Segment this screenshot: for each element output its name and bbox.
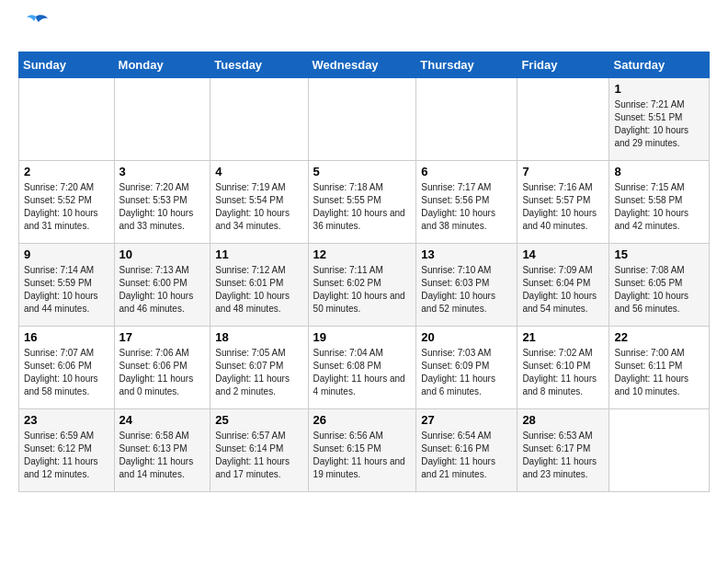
day-cell: 6Sunrise: 7:17 AM Sunset: 5:56 PM Daylig… — [416, 161, 518, 244]
day-info: Sunrise: 7:02 AM Sunset: 6:10 PM Dayligh… — [522, 347, 604, 398]
weekday-header-friday: Friday — [518, 52, 609, 78]
day-cell — [416, 78, 518, 161]
day-number: 11 — [215, 247, 302, 261]
day-info: Sunrise: 7:11 AM Sunset: 6:02 PM Dayligh… — [313, 264, 412, 316]
weekday-header-monday: Monday — [114, 52, 210, 78]
weekday-header-thursday: Thursday — [416, 52, 518, 78]
day-info: Sunrise: 6:58 AM Sunset: 6:13 PM Dayligh… — [119, 430, 206, 481]
day-cell: 25Sunrise: 6:57 AM Sunset: 6:14 PM Dayli… — [210, 409, 308, 492]
day-cell: 3Sunrise: 7:20 AM Sunset: 5:53 PM Daylig… — [114, 161, 210, 244]
day-number: 13 — [421, 247, 512, 261]
day-number: 9 — [24, 247, 109, 261]
day-number: 28 — [522, 413, 604, 427]
day-number: 12 — [313, 247, 412, 261]
week-row-1: 1Sunrise: 7:21 AM Sunset: 5:51 PM Daylig… — [19, 78, 710, 161]
day-cell: 5Sunrise: 7:18 AM Sunset: 5:55 PM Daylig… — [308, 161, 416, 244]
day-number: 14 — [522, 247, 604, 261]
day-cell: 26Sunrise: 6:56 AM Sunset: 6:15 PM Dayli… — [308, 409, 416, 492]
day-number: 25 — [215, 413, 302, 427]
day-number: 10 — [119, 247, 206, 261]
day-cell: 24Sunrise: 6:58 AM Sunset: 6:13 PM Dayli… — [114, 409, 210, 492]
day-cell: 27Sunrise: 6:54 AM Sunset: 6:16 PM Dayli… — [416, 409, 518, 492]
day-cell: 10Sunrise: 7:13 AM Sunset: 6:00 PM Dayli… — [114, 244, 210, 327]
day-cell: 21Sunrise: 7:02 AM Sunset: 6:10 PM Dayli… — [518, 327, 609, 409]
day-number: 6 — [421, 165, 512, 178]
weekday-header-row: SundayMondayTuesdayWednesdayThursdayFrid… — [19, 52, 710, 78]
week-row-3: 9Sunrise: 7:14 AM Sunset: 5:59 PM Daylig… — [19, 244, 710, 327]
weekday-header-sunday: Sunday — [19, 52, 115, 78]
day-number: 3 — [119, 165, 206, 178]
day-cell: 11Sunrise: 7:12 AM Sunset: 6:01 PM Dayli… — [210, 244, 308, 327]
day-cell: 7Sunrise: 7:16 AM Sunset: 5:57 PM Daylig… — [518, 161, 609, 244]
day-info: Sunrise: 6:59 AM Sunset: 6:12 PM Dayligh… — [24, 430, 109, 481]
day-info: Sunrise: 7:09 AM Sunset: 6:04 PM Dayligh… — [522, 264, 604, 316]
day-number: 5 — [313, 165, 412, 178]
day-number: 27 — [421, 413, 512, 427]
day-info: Sunrise: 7:08 AM Sunset: 6:05 PM Dayligh… — [614, 264, 704, 316]
logo — [18, 18, 50, 42]
day-number: 17 — [119, 330, 206, 344]
day-info: Sunrise: 6:56 AM Sunset: 6:15 PM Dayligh… — [313, 430, 412, 481]
day-info: Sunrise: 7:13 AM Sunset: 6:00 PM Dayligh… — [119, 264, 206, 316]
day-info: Sunrise: 7:21 AM Sunset: 5:51 PM Dayligh… — [614, 98, 704, 150]
day-info: Sunrise: 7:10 AM Sunset: 6:03 PM Dayligh… — [421, 264, 512, 316]
day-number: 19 — [313, 330, 412, 344]
day-number: 23 — [24, 413, 109, 427]
day-info: Sunrise: 6:57 AM Sunset: 6:14 PM Dayligh… — [215, 430, 302, 481]
day-cell: 1Sunrise: 7:21 AM Sunset: 5:51 PM Daylig… — [609, 78, 710, 161]
day-number: 4 — [215, 165, 302, 178]
day-cell: 18Sunrise: 7:05 AM Sunset: 6:07 PM Dayli… — [210, 327, 308, 409]
day-cell: 15Sunrise: 7:08 AM Sunset: 6:05 PM Dayli… — [609, 244, 710, 327]
day-cell: 16Sunrise: 7:07 AM Sunset: 6:06 PM Dayli… — [19, 327, 115, 409]
day-info: Sunrise: 7:17 AM Sunset: 5:56 PM Dayligh… — [421, 181, 512, 233]
day-cell — [19, 78, 115, 161]
day-info: Sunrise: 7:06 AM Sunset: 6:06 PM Dayligh… — [119, 347, 206, 398]
day-cell: 13Sunrise: 7:10 AM Sunset: 6:03 PM Dayli… — [416, 244, 518, 327]
day-cell: 23Sunrise: 6:59 AM Sunset: 6:12 PM Dayli… — [19, 409, 115, 492]
day-number: 18 — [215, 330, 302, 344]
day-info: Sunrise: 7:05 AM Sunset: 6:07 PM Dayligh… — [215, 347, 302, 398]
weekday-header-saturday: Saturday — [609, 52, 710, 78]
day-info: Sunrise: 6:54 AM Sunset: 6:16 PM Dayligh… — [421, 430, 512, 481]
day-number: 21 — [522, 330, 604, 344]
logo-bird-icon — [22, 13, 50, 42]
day-number: 15 — [614, 247, 704, 261]
day-info: Sunrise: 7:14 AM Sunset: 5:59 PM Dayligh… — [24, 264, 109, 316]
day-info: Sunrise: 7:19 AM Sunset: 5:54 PM Dayligh… — [215, 181, 302, 233]
day-cell: 22Sunrise: 7:00 AM Sunset: 6:11 PM Dayli… — [609, 327, 710, 409]
week-row-2: 2Sunrise: 7:20 AM Sunset: 5:52 PM Daylig… — [19, 161, 710, 244]
day-cell: 20Sunrise: 7:03 AM Sunset: 6:09 PM Dayli… — [416, 327, 518, 409]
day-info: Sunrise: 7:04 AM Sunset: 6:08 PM Dayligh… — [313, 347, 412, 398]
day-info: Sunrise: 7:20 AM Sunset: 5:53 PM Dayligh… — [119, 181, 206, 233]
day-number: 8 — [614, 165, 704, 178]
day-info: Sunrise: 7:03 AM Sunset: 6:09 PM Dayligh… — [421, 347, 512, 398]
day-cell: 8Sunrise: 7:15 AM Sunset: 5:58 PM Daylig… — [609, 161, 710, 244]
weekday-header-wednesday: Wednesday — [308, 52, 416, 78]
day-number: 16 — [24, 330, 109, 344]
day-cell: 12Sunrise: 7:11 AM Sunset: 6:02 PM Dayli… — [308, 244, 416, 327]
day-info: Sunrise: 7:20 AM Sunset: 5:52 PM Dayligh… — [24, 181, 109, 233]
weekday-header-tuesday: Tuesday — [210, 52, 308, 78]
day-cell — [609, 409, 710, 492]
day-info: Sunrise: 6:53 AM Sunset: 6:17 PM Dayligh… — [522, 430, 604, 481]
day-number: 24 — [119, 413, 206, 427]
day-cell: 17Sunrise: 7:06 AM Sunset: 6:06 PM Dayli… — [114, 327, 210, 409]
day-cell: 9Sunrise: 7:14 AM Sunset: 5:59 PM Daylig… — [19, 244, 115, 327]
day-number: 26 — [313, 413, 412, 427]
day-info: Sunrise: 7:16 AM Sunset: 5:57 PM Dayligh… — [522, 181, 604, 233]
day-info: Sunrise: 7:18 AM Sunset: 5:55 PM Dayligh… — [313, 181, 412, 233]
day-cell — [114, 78, 210, 161]
day-cell: 28Sunrise: 6:53 AM Sunset: 6:17 PM Dayli… — [518, 409, 609, 492]
day-info: Sunrise: 7:07 AM Sunset: 6:06 PM Dayligh… — [24, 347, 109, 398]
day-number: 2 — [24, 165, 109, 178]
day-cell: 14Sunrise: 7:09 AM Sunset: 6:04 PM Dayli… — [518, 244, 609, 327]
day-number: 20 — [421, 330, 512, 344]
day-cell: 19Sunrise: 7:04 AM Sunset: 6:08 PM Dayli… — [308, 327, 416, 409]
day-cell — [518, 78, 609, 161]
calendar-table: SundayMondayTuesdayWednesdayThursdayFrid… — [18, 52, 710, 492]
day-number: 1 — [614, 82, 704, 96]
day-info: Sunrise: 7:12 AM Sunset: 6:01 PM Dayligh… — [215, 264, 302, 316]
day-cell: 4Sunrise: 7:19 AM Sunset: 5:54 PM Daylig… — [210, 161, 308, 244]
day-cell — [308, 78, 416, 161]
day-number: 7 — [522, 165, 604, 178]
